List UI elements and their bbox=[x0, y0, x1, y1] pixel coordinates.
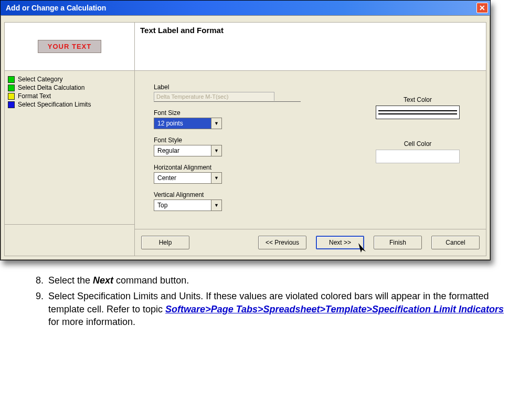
halign-combo[interactable]: Center ▼ bbox=[154, 172, 222, 184]
font-style-caption: Font Style bbox=[154, 136, 334, 144]
step-select-delta-calculation[interactable]: Select Delta Calculation bbox=[8, 83, 131, 92]
section-header: Text Label and Format bbox=[135, 23, 486, 71]
text-color-picker[interactable] bbox=[376, 106, 460, 119]
left-spacer bbox=[5, 224, 134, 256]
previous-button[interactable]: << Previous bbox=[258, 236, 306, 249]
halign-caption: Horizontal Alignment bbox=[154, 164, 334, 171]
step-label: Select Specification Limits bbox=[18, 101, 91, 108]
spec-limit-indicators-link[interactable]: Software>Page Tabs>Spreadsheet>Template>… bbox=[165, 304, 504, 314]
font-size-value: 12 points bbox=[154, 118, 211, 129]
label-input[interactable] bbox=[154, 92, 274, 101]
valign-value: Top bbox=[154, 200, 211, 211]
label-input-wrap bbox=[154, 92, 301, 102]
step-status-icon bbox=[8, 101, 15, 108]
cell-color-caption: Cell Color bbox=[365, 140, 470, 148]
section-title: Text Label and Format bbox=[140, 26, 224, 35]
close-icon: ✕ bbox=[479, 4, 485, 12]
step-select-specification-limits[interactable]: Select Specification Limits bbox=[8, 100, 131, 109]
chevron-down-icon[interactable]: ▼ bbox=[211, 200, 221, 211]
instruction-step-8: Select the Next command button. bbox=[46, 274, 504, 287]
instruction-step-9: Select Specification Limits and Units. I… bbox=[46, 290, 504, 328]
instructions: Select the Next command button. Select S… bbox=[0, 260, 509, 337]
button-bar: Help << Previous Next >> Finish Cancel bbox=[135, 229, 486, 256]
finish-button[interactable]: Finish bbox=[374, 236, 422, 249]
titlebar[interactable]: Add or Change a Calculation ✕ bbox=[1, 1, 490, 15]
step-status-icon bbox=[8, 85, 15, 91]
chevron-down-icon[interactable]: ▼ bbox=[211, 173, 221, 183]
step-format-text[interactable]: Format Text bbox=[8, 92, 131, 100]
step-status-icon bbox=[8, 76, 15, 83]
help-button[interactable]: Help bbox=[141, 236, 189, 249]
left-column: YOUR TEXT Select Category Select Delta C… bbox=[5, 23, 135, 256]
font-style-group: Font Style Regular ▼ bbox=[154, 136, 334, 156]
dialog-title: Add or Change a Calculation bbox=[6, 4, 106, 12]
form-area: Label Font Size 12 points ▼ bbox=[135, 71, 486, 229]
form-left: Label Font Size 12 points ▼ bbox=[154, 83, 334, 218]
step-select-category[interactable]: Select Category bbox=[8, 75, 131, 83]
label-caption: Label bbox=[154, 83, 334, 91]
font-size-combo[interactable]: 12 points ▼ bbox=[154, 118, 222, 129]
step-label: Select Delta Calculation bbox=[18, 84, 84, 91]
halign-value: Center bbox=[154, 173, 211, 183]
next-keyword: Next bbox=[93, 275, 113, 286]
cell-color-picker[interactable] bbox=[376, 150, 460, 163]
preview-pane: YOUR TEXT bbox=[5, 23, 134, 71]
label-field-group: Label bbox=[154, 83, 334, 102]
cancel-button[interactable]: Cancel bbox=[431, 236, 480, 249]
chevron-down-icon[interactable]: ▼ bbox=[211, 118, 221, 129]
dialog-body: YOUR TEXT Select Category Select Delta C… bbox=[1, 15, 490, 260]
close-button[interactable]: ✕ bbox=[476, 3, 488, 13]
font-size-group: Font Size 12 points ▼ bbox=[154, 109, 334, 129]
chevron-down-icon[interactable]: ▼ bbox=[211, 145, 221, 156]
font-style-value: Regular bbox=[154, 145, 211, 156]
step-label: Format Text bbox=[18, 92, 51, 100]
right-column: Text Label and Format Label Font Size bbox=[135, 23, 486, 256]
step-label: Select Category bbox=[18, 76, 62, 83]
font-size-caption: Font Size bbox=[154, 109, 334, 117]
cell-color-group: Cell Color bbox=[365, 140, 470, 163]
wizard-step-list: Select Category Select Delta Calculation… bbox=[5, 71, 134, 224]
valign-group: Vertical Alignment Top ▼ bbox=[154, 191, 334, 211]
form-right: Text Color Cell Color bbox=[365, 83, 470, 218]
text-color-group: Text Color bbox=[365, 96, 470, 119]
text-color-caption: Text Color bbox=[365, 96, 470, 103]
content-row: YOUR TEXT Select Category Select Delta C… bbox=[4, 22, 486, 256]
next-button[interactable]: Next >> bbox=[316, 236, 364, 249]
halign-group: Horizontal Alignment Center ▼ bbox=[154, 164, 334, 184]
font-style-combo[interactable]: Regular ▼ bbox=[154, 145, 222, 156]
dialog-window: Add or Change a Calculation ✕ YOUR TEXT … bbox=[0, 0, 491, 260]
valign-caption: Vertical Alignment bbox=[154, 191, 334, 198]
preview-text: YOUR TEXT bbox=[38, 40, 101, 53]
step-status-icon bbox=[8, 93, 15, 100]
valign-combo[interactable]: Top ▼ bbox=[154, 200, 222, 211]
